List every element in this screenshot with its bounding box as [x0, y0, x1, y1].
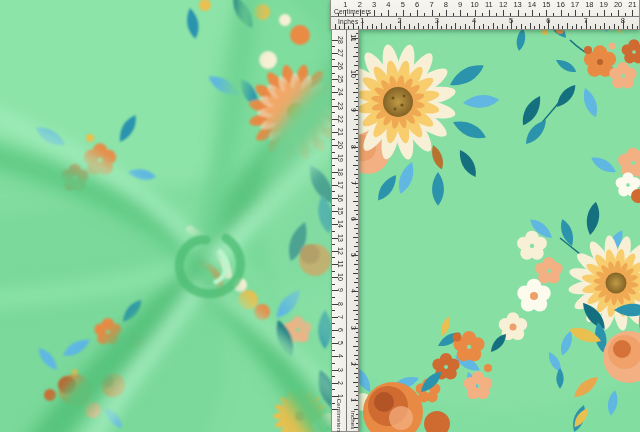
inch-tick [581, 26, 582, 30]
cm-tick [332, 178, 335, 179]
cm-number: 20 [337, 141, 344, 149]
cm-tick [332, 112, 335, 113]
inch-tick [353, 56, 358, 57]
cm-tick [332, 59, 335, 60]
inch-tick [353, 92, 358, 93]
inch-tick [558, 24, 559, 29]
inch-tick [539, 24, 540, 29]
cm-number: 12 [337, 247, 344, 255]
cm-tick [503, 10, 504, 16]
inch-tick [356, 377, 359, 378]
cm-number: 18 [585, 1, 593, 9]
cm-number: 16 [337, 194, 344, 202]
inch-tick [553, 26, 554, 30]
inch-tick [356, 242, 359, 243]
inch-tick [353, 418, 358, 419]
inch-tick [386, 26, 387, 30]
inch-tick [530, 23, 531, 30]
inch-tick [353, 310, 358, 311]
inch-tick [356, 260, 359, 261]
inch-tick [354, 192, 358, 193]
inch-tick [344, 23, 345, 30]
cm-number: 8 [444, 1, 448, 9]
inch-tick [534, 26, 535, 30]
inch-tick [493, 23, 494, 30]
inch-tick [381, 23, 382, 30]
cm-number: 9 [458, 1, 462, 9]
cm-tick [332, 403, 335, 404]
cm-tick [332, 40, 338, 41]
inch-tick [356, 142, 359, 143]
inch-tick [356, 332, 359, 333]
cm-number: 16 [556, 1, 564, 9]
inch-tick [352, 255, 359, 256]
cm-tick [332, 218, 335, 219]
cm-number: 21 [628, 1, 636, 9]
inch-tick [356, 386, 359, 387]
inch-tick [356, 43, 359, 44]
cm-tick [332, 350, 335, 351]
inch-tick [586, 20, 587, 29]
inch-tick [339, 26, 340, 30]
inch-tick [356, 251, 359, 252]
inch-tick [354, 246, 358, 247]
inch-tick [465, 24, 466, 29]
cm-tick [332, 224, 338, 225]
cm-tick [388, 10, 389, 16]
cm-number: 5 [337, 341, 344, 345]
inch-tick [352, 291, 359, 292]
cm-tick [332, 205, 335, 206]
cm-tick [332, 389, 335, 390]
cm-tick [332, 185, 338, 186]
inch-tick [432, 26, 433, 30]
cm-number: 4 [337, 354, 344, 358]
inch-tick [502, 24, 503, 29]
inch-tick [356, 233, 359, 234]
inch-tick [614, 24, 615, 29]
cm-tick [489, 10, 490, 16]
inch-tick [395, 26, 396, 30]
cm-tick [332, 317, 338, 318]
cm-tick [332, 323, 335, 324]
inch-tick [414, 26, 415, 30]
cm-tick [332, 66, 338, 67]
cm-number: 7 [337, 315, 344, 319]
inch-tick [358, 26, 359, 30]
inch-tick [590, 26, 591, 30]
inch-tick [488, 26, 489, 30]
cm-number: 27 [337, 49, 344, 57]
inch-tick [356, 341, 359, 342]
inch-tick [451, 26, 452, 30]
cm-tick [332, 172, 338, 173]
inch-tick [356, 196, 359, 197]
cm-tick [432, 10, 433, 16]
inch-tick [354, 138, 358, 139]
inch-tick [525, 26, 526, 30]
cm-number: 26 [337, 62, 344, 70]
cm-tick [332, 370, 338, 371]
cm-number: 3 [372, 1, 376, 9]
cm-number: 11 [337, 260, 344, 267]
inch-tick [469, 26, 470, 30]
inch-tick [428, 24, 429, 29]
inch-tick [353, 165, 358, 166]
inch-tick [354, 409, 358, 410]
inch-tick [354, 337, 358, 338]
inch-tick [356, 52, 359, 53]
cm-number: 5 [401, 1, 405, 9]
ruler-divider [346, 30, 347, 431]
cm-number: 22 [337, 115, 344, 123]
inch-tick [516, 26, 517, 30]
cm-tick [332, 238, 338, 239]
inch-tick [390, 24, 391, 29]
cm-number: 15 [337, 207, 344, 215]
cm-number: 19 [337, 154, 344, 162]
inch-tick [354, 427, 358, 428]
cm-tick [446, 10, 447, 16]
cm-tick [332, 106, 338, 107]
inch-tick [356, 205, 359, 206]
cm-number: 21 [337, 128, 344, 136]
cm-number: 14 [528, 1, 536, 9]
cm-tick [518, 10, 519, 16]
inch-tick [604, 23, 605, 30]
